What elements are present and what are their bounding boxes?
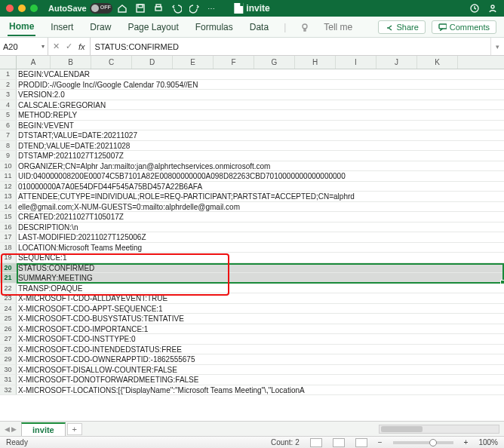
cell[interactable]: BEGIN:VCALENDAR <box>17 69 504 79</box>
cell[interactable]: X-MICROSOFT-CDO-ALLDAYEVENT:TRUE <box>17 293 504 303</box>
cell[interactable]: DTSTART;VALUE=DATE:20211027 <box>17 130 504 140</box>
row-number[interactable]: 23 <box>0 293 17 303</box>
view-normal-button[interactable] <box>310 438 322 447</box>
row-number[interactable]: 31 <box>0 375 17 385</box>
table-row[interactable]: 24X-MICROSOFT-CDO-APPT-SEQUENCE:1 <box>0 304 504 315</box>
table-row[interactable]: 10ORGANIZER;CN=Alphr Jan:mailto:jan@alph… <box>0 161 504 172</box>
document-title[interactable]: invite <box>234 3 269 14</box>
cell[interactable]: METHOD:REPLY <box>17 110 504 120</box>
table-row[interactable]: 22TRANSP:OPAQUE <box>0 284 504 294</box>
table-row[interactable]: 18LOCATION:Microsoft Teams Meeting <box>0 243 504 253</box>
sheet-nav-next-icon[interactable]: ▶ <box>11 425 17 433</box>
table-row[interactable]: 6BEGIN:VEVENT <box>0 121 504 131</box>
row-number[interactable]: 6 <box>0 121 17 130</box>
expand-formula-bar-icon[interactable]: ▾ <box>490 38 504 55</box>
formula-bar-input[interactable]: STATUS:CONFIRMED <box>91 38 490 55</box>
row-number[interactable]: 18 <box>0 243 17 253</box>
column-header[interactable]: C <box>91 56 132 69</box>
table-row[interactable]: 27X-MICROSOFT-CDO-INSTTYPE:0 <box>0 334 504 345</box>
row-number[interactable]: 25 <box>0 314 17 324</box>
column-header[interactable]: H <box>295 56 336 69</box>
row-number[interactable]: 29 <box>0 354 17 364</box>
cell[interactable]: VERSION:2.0 <box>17 90 504 100</box>
row-number[interactable]: 22 <box>0 284 17 293</box>
cell[interactable]: STATUS:CONFIRMED <box>17 263 504 273</box>
cell[interactable]: DTEND;VALUE=DATE:20211028 <box>17 141 504 151</box>
cancel-formula-icon[interactable]: ✕ <box>53 41 60 51</box>
sync-icon[interactable] <box>469 3 480 14</box>
table-row[interactable]: 2PRODID:-//Google Inc//Google Calendar 7… <box>0 80 504 91</box>
zoom-slider[interactable] <box>393 441 453 444</box>
column-header[interactable]: B <box>51 56 91 69</box>
row-number[interactable]: 14 <box>0 202 17 212</box>
table-row[interactable]: 12 010000000A7A0E54DFD44F545A75BD457A22B… <box>0 182 504 192</box>
column-header[interactable]: E <box>173 56 214 69</box>
save-icon[interactable] <box>135 3 146 14</box>
view-page-layout-button[interactable] <box>333 438 345 447</box>
print-icon[interactable] <box>153 3 164 14</box>
column-header[interactable]: A <box>17 56 51 69</box>
table-row[interactable]: 28X-MICROSOFT-CDO-INTENDEDSTATUS:FREE <box>0 345 504 355</box>
row-number[interactable]: 28 <box>0 345 17 354</box>
zoom-in-button[interactable]: + <box>464 438 469 446</box>
row-number[interactable]: 11 <box>0 171 17 181</box>
column-header[interactable]: F <box>214 56 254 69</box>
column-header[interactable]: G <box>254 56 295 69</box>
table-row[interactable]: 17LAST-MODIFIED:20211027T125006Z <box>0 232 504 243</box>
cell[interactable]: X-MICROSOFT-CDO-INSTTYPE:0 <box>17 334 504 344</box>
table-row[interactable]: 16DESCRIPTION:\n <box>0 222 504 233</box>
row-number[interactable]: 4 <box>0 100 17 110</box>
table-row[interactable]: 25X-MICROSOFT-CDO-BUSYSTATUS:TENTATIVE <box>0 314 504 324</box>
row-number[interactable]: 3 <box>0 90 17 100</box>
add-sheet-button[interactable]: + <box>67 423 82 435</box>
row-number[interactable]: 5 <box>0 110 17 120</box>
cell[interactable]: X-MICROSOFT-CDO-APPT-SEQUENCE:1 <box>17 304 504 314</box>
sheet-tab-active[interactable]: invite <box>21 422 66 436</box>
row-number[interactable]: 16 <box>0 222 17 232</box>
cell[interactable]: SEQUENCE:1 <box>17 253 504 262</box>
table-row[interactable]: 23X-MICROSOFT-CDO-ALLDAYEVENT:TRUE <box>0 293 504 304</box>
table-row[interactable]: 11UID:040000008200E00074C5B7101A82E00800… <box>0 171 504 182</box>
comments-button[interactable]: Comments <box>432 20 496 34</box>
tab-draw[interactable]: Draw <box>88 19 112 35</box>
autosave-toggle[interactable]: AutoSave OFF <box>48 3 112 14</box>
zoom-percent[interactable]: 100% <box>478 438 498 446</box>
tab-formulas[interactable]: Formulas <box>194 19 235 35</box>
share-button[interactable]: Share <box>378 20 425 34</box>
cell[interactable]: X-MICROSOFT-CDO-OWNERAPPTID:-1862555675 <box>17 354 504 364</box>
tell-me-search[interactable]: Tell me <box>324 22 352 32</box>
name-box[interactable]: A20 ▾ <box>0 38 48 55</box>
table-row[interactable]: 8DTEND;VALUE=DATE:20211028 <box>0 141 504 152</box>
row-number[interactable]: 17 <box>0 232 17 242</box>
cell[interactable]: X-MICROSOFT-DONOTFORWARDMEETING:FALSE <box>17 375 504 385</box>
maximize-window-icon[interactable] <box>30 5 38 12</box>
column-header[interactable]: K <box>417 56 458 69</box>
autosave-switch-off[interactable]: OFF <box>90 3 112 14</box>
spreadsheet-grid[interactable]: ABCDEFGHIJK 1BEGIN:VCALENDAR2PRODID:-//G… <box>0 56 504 421</box>
table-row[interactable]: 9DTSTAMP:20211027T125007Z <box>0 151 504 161</box>
row-number[interactable]: 30 <box>0 365 17 375</box>
row-number[interactable]: 24 <box>0 304 17 314</box>
row-number[interactable]: 2 <box>0 80 17 90</box>
scrollbar-thumb[interactable] <box>381 426 423 432</box>
row-number[interactable]: 7 <box>0 130 17 140</box>
table-row[interactable]: 14 elle@gmail.com;X-NUM-GUESTS=0:mailto:… <box>0 202 504 213</box>
table-row[interactable]: 21SUMMARY:MEETING <box>0 273 504 284</box>
redo-icon[interactable] <box>189 3 200 14</box>
cell[interactable]: TRANSP:OPAQUE <box>17 284 504 293</box>
table-row[interactable]: 5METHOD:REPLY <box>0 110 504 121</box>
qat-more-icon[interactable]: ⋯ <box>207 5 215 13</box>
row-number[interactable]: 20 <box>0 263 17 273</box>
table-row[interactable]: 4CALSCALE:GREGORIAN <box>0 100 504 111</box>
cell[interactable]: elle@gmail.com;X-NUM-GUESTS=0:mailto:alp… <box>17 202 504 212</box>
tab-home[interactable]: Home <box>8 18 35 36</box>
cell[interactable]: ATTENDEE;CUTYPE=INDIVIDUAL;ROLE=REQ-PART… <box>17 192 504 201</box>
enter-formula-icon[interactable]: ✓ <box>66 41 72 51</box>
cell[interactable]: X-MICROSOFT-CDO-IMPORTANCE:1 <box>17 324 504 334</box>
cell[interactable]: X-MICROSOFT-LOCATIONS:[{"DisplayName":"M… <box>17 385 504 395</box>
view-page-break-button[interactable] <box>355 438 367 447</box>
cell[interactable]: ORGANIZER;CN=Alphr Jan:mailto:jan@alphrt… <box>17 161 504 171</box>
table-row[interactable]: 32X-MICROSOFT-LOCATIONS:[{"DisplayName":… <box>0 385 504 396</box>
row-number[interactable]: 1 <box>0 69 17 79</box>
zoom-out-button[interactable]: − <box>378 438 383 446</box>
